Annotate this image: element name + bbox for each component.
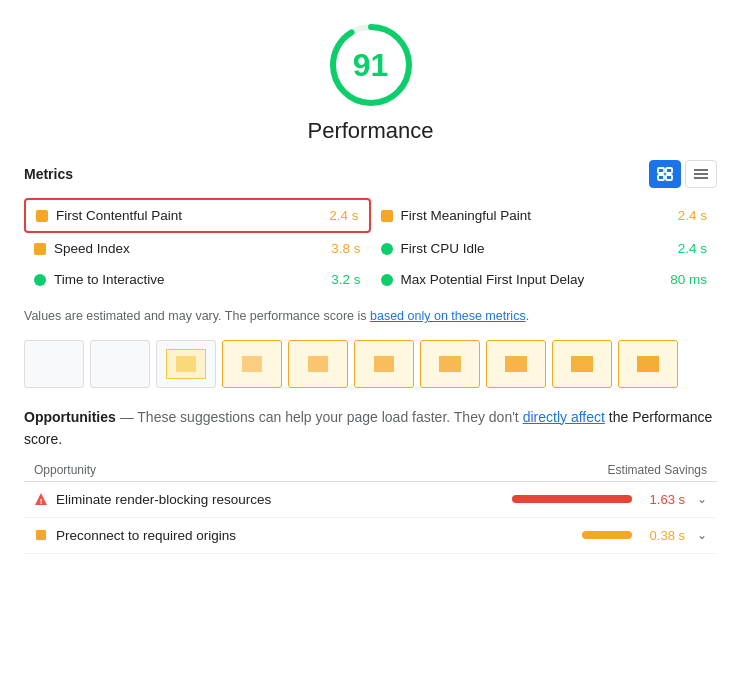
score-value: 91 [353, 47, 389, 84]
svg-rect-11 [36, 530, 46, 540]
filmstrip-frame-1 [90, 340, 150, 388]
metric-name-fmp: First Meaningful Paint [401, 208, 670, 223]
view-toggle [649, 160, 717, 188]
metric-value-fci: 2.4 s [678, 241, 707, 256]
svg-rect-5 [666, 175, 672, 180]
opp-name-0: Eliminate render-blocking resources [56, 492, 504, 507]
metric-name-fcp: First Contentful Paint [56, 208, 321, 223]
opp-name-1: Preconnect to required origins [56, 528, 574, 543]
svg-text:!: ! [40, 497, 43, 506]
metric-first-contentful-paint[interactable]: First Contentful Paint 2.4 s [24, 198, 371, 233]
metric-first-cpu-idle[interactable]: First CPU Idle 2.4 s [371, 233, 718, 264]
metric-speed-index[interactable]: Speed Index 3.8 s [24, 233, 371, 264]
filmstrip-frame-4 [288, 340, 348, 388]
metric-value-fmp: 2.4 s [678, 208, 707, 223]
triangle-warning-icon: ! [34, 492, 48, 506]
metric-max-fid[interactable]: Max Potential First Input Delay 80 ms [371, 264, 718, 295]
filmstrip-frame-6 [420, 340, 480, 388]
metric-dot-fcp [36, 210, 48, 222]
metric-value-tti: 3.2 s [331, 272, 360, 287]
opportunities-gray: — These suggestions can help your page l… [116, 409, 523, 425]
opp-bar-container-0: 1.63 s ⌄ [512, 492, 707, 507]
metric-dot-fci [381, 243, 393, 255]
col-savings: Estimated Savings [608, 463, 707, 477]
opp-bar-1 [582, 531, 632, 539]
grid-view-button[interactable] [649, 160, 681, 188]
filmstrip-frame-9 [618, 340, 678, 388]
opportunities-bold: Opportunities [24, 409, 116, 425]
opp-savings-0: 1.63 s [640, 492, 685, 507]
opp-bar-container-1: 0.38 s ⌄ [582, 528, 707, 543]
metric-value-fid: 80 ms [670, 272, 707, 287]
info-text: Values are estimated and may vary. The p… [24, 307, 717, 326]
metric-value-fcp: 2.4 s [329, 208, 358, 223]
filmstrip-frame-5 [354, 340, 414, 388]
filmstrip-frame-3 [222, 340, 282, 388]
opportunity-row-0[interactable]: ! Eliminate render-blocking resources 1.… [24, 482, 717, 518]
metric-name-si: Speed Index [54, 241, 323, 256]
metric-time-to-interactive[interactable]: Time to Interactive 3.2 s [24, 264, 371, 295]
metrics-header: Metrics [24, 160, 717, 188]
filmstrip-frame-8 [552, 340, 612, 388]
metric-first-meaningful-paint[interactable]: First Meaningful Paint 2.4 s [371, 198, 718, 233]
score-circle: 91 [326, 20, 416, 110]
metric-value-si: 3.8 s [331, 241, 360, 256]
metrics-link[interactable]: based only on these metrics [370, 309, 526, 323]
metric-name-fid: Max Potential First Input Delay [401, 272, 663, 287]
opp-savings-1: 0.38 s [640, 528, 685, 543]
opportunities-header: Opportunities — These suggestions can he… [24, 406, 717, 451]
directly-affect-link[interactable]: directly affect [523, 409, 605, 425]
filmstrip [24, 340, 717, 388]
filmstrip-frame-2 [156, 340, 216, 388]
metrics-label: Metrics [24, 166, 73, 182]
metric-dot-fid [381, 274, 393, 286]
metric-dot-fmp [381, 210, 393, 222]
expand-icon-1[interactable]: ⌄ [697, 528, 707, 542]
score-section: 91 Performance [24, 20, 717, 144]
metrics-grid: First Contentful Paint 2.4 s First Meani… [24, 198, 717, 295]
score-label: Performance [308, 118, 434, 144]
svg-rect-2 [658, 168, 664, 173]
svg-rect-3 [666, 168, 672, 173]
opportunities-table-header: Opportunity Estimated Savings [24, 455, 717, 482]
list-view-button[interactable] [685, 160, 717, 188]
opp-bar-0 [512, 495, 632, 503]
opportunity-row-1[interactable]: Preconnect to required origins 0.38 s ⌄ [24, 518, 717, 554]
square-warning-icon [34, 528, 48, 542]
metric-name-tti: Time to Interactive [54, 272, 323, 287]
metric-dot-tti [34, 274, 46, 286]
filmstrip-frame-0 [24, 340, 84, 388]
col-opportunity: Opportunity [34, 463, 96, 477]
svg-rect-4 [658, 175, 664, 180]
expand-icon-0[interactable]: ⌄ [697, 492, 707, 506]
metric-dot-si [34, 243, 46, 255]
metric-name-fci: First CPU Idle [401, 241, 670, 256]
filmstrip-frame-7 [486, 340, 546, 388]
